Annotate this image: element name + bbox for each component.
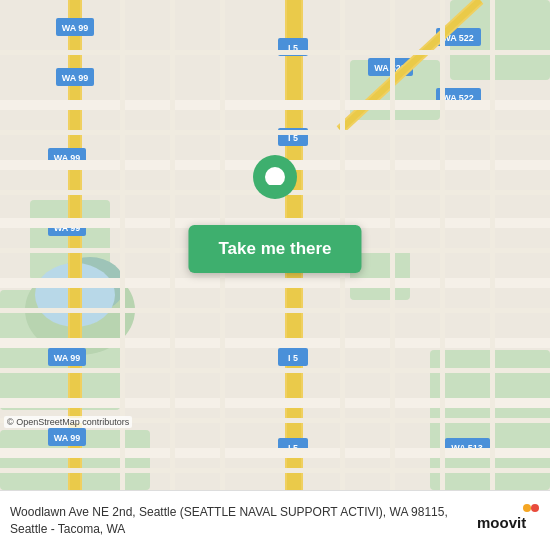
- address-text: Woodlawn Ave NE 2nd, Seattle (SEATTLE NA…: [10, 504, 450, 538]
- map-container: WA 99 WA 99 WA 99 WA 99 WA 99 WA 99 I 5 …: [0, 0, 550, 490]
- osm-attribution: © OpenStreetMap contributors: [4, 416, 132, 428]
- svg-rect-48: [0, 278, 550, 288]
- svg-text:moovit: moovit: [477, 514, 526, 531]
- info-bar: Woodlawn Ave NE 2nd, Seattle (SEATTLE NA…: [0, 490, 550, 550]
- map-pin: [253, 155, 297, 213]
- svg-rect-56: [0, 308, 550, 313]
- svg-rect-59: [0, 468, 550, 473]
- svg-rect-65: [440, 0, 445, 490]
- svg-rect-66: [490, 0, 495, 490]
- svg-rect-53: [0, 130, 550, 135]
- svg-point-71: [523, 504, 531, 512]
- svg-point-68: [265, 167, 285, 187]
- svg-text:WA 99: WA 99: [54, 353, 81, 363]
- svg-text:I 5: I 5: [288, 353, 298, 363]
- take-me-there-button[interactable]: Take me there: [188, 225, 361, 273]
- svg-rect-64: [390, 0, 395, 490]
- svg-rect-57: [0, 368, 550, 373]
- svg-text:WA 99: WA 99: [54, 433, 81, 443]
- svg-rect-51: [0, 448, 550, 458]
- svg-rect-50: [0, 398, 550, 408]
- svg-point-72: [531, 504, 539, 512]
- svg-rect-61: [170, 0, 175, 490]
- svg-rect-49: [0, 338, 550, 348]
- svg-rect-52: [0, 50, 550, 55]
- svg-text:WA 99: WA 99: [62, 23, 89, 33]
- svg-text:WA 99: WA 99: [62, 73, 89, 83]
- svg-rect-45: [0, 100, 550, 110]
- moovit-logo: moovit: [475, 500, 540, 540]
